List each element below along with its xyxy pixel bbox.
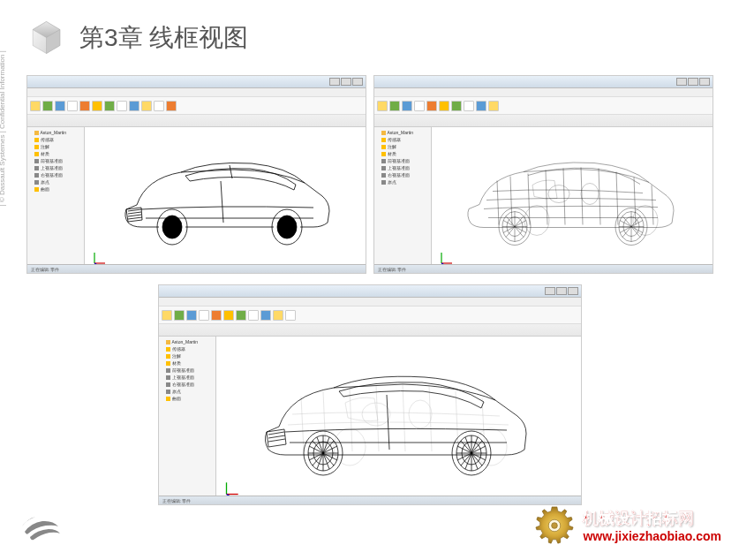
close-button[interactable]: [568, 287, 578, 295]
menubar[interactable]: [374, 88, 713, 97]
svg-line-15: [563, 168, 565, 224]
gear-icon: [533, 504, 576, 547]
tree-item: 材质: [29, 150, 82, 157]
svg-line-13: [528, 173, 530, 224]
tool-button[interactable]: [451, 101, 462, 111]
screenshot-gallery: Aston_Martin 传感器 注解 材质 前视基准面 上视基准面 右视基准面…: [0, 66, 739, 514]
tool-button[interactable]: [154, 101, 164, 111]
dassault-logo-icon: [18, 507, 66, 547]
statusbar: 正在编辑: 零件: [374, 264, 713, 273]
ribbon[interactable]: [159, 324, 581, 337]
cad-screenshot-3: Aston_Martin 传感器 注解 材质 前视基准面 上视基准面 右视基准面…: [158, 284, 582, 505]
tool-button[interactable]: [166, 101, 177, 111]
tool-button[interactable]: [162, 310, 172, 321]
tool-button[interactable]: [488, 101, 499, 111]
slide-header: 第3章 线框视图: [0, 0, 739, 66]
svg-line-81: [268, 435, 285, 438]
tree-item: 右视基准面: [29, 171, 82, 178]
close-button[interactable]: [699, 78, 710, 86]
feature-tree[interactable]: Aston_Martin 传感器 注解 材质 前视基准面 上视基准面 右视基准面…: [159, 337, 216, 504]
svg-point-39: [524, 205, 549, 235]
tool-save[interactable]: [55, 101, 65, 111]
toolbar: [159, 306, 581, 324]
tool-button[interactable]: [236, 310, 246, 321]
tool-button[interactable]: [426, 101, 437, 111]
tool-new[interactable]: [30, 101, 41, 111]
toolbar: [374, 97, 713, 115]
menubar[interactable]: [27, 88, 366, 97]
tool-button[interactable]: [92, 101, 102, 111]
watermark-title: 机械设计招标网: [583, 508, 721, 529]
tool-button[interactable]: [273, 310, 283, 321]
tool-button[interactable]: [79, 101, 90, 111]
tool-button[interactable]: [260, 310, 271, 321]
tree-item: 曲面: [29, 185, 82, 193]
viewport-3d[interactable]: [85, 127, 366, 273]
svg-line-52: [403, 384, 405, 451]
svg-line-4: [128, 209, 141, 211]
tool-button[interactable]: [211, 310, 222, 321]
cad-screenshot-1: Aston_Martin 传感器 注解 材质 前视基准面 上视基准面 右视基准面…: [26, 75, 366, 274]
svg-line-17: [599, 168, 600, 224]
tool-button[interactable]: [389, 101, 400, 111]
tree-item: 上视基准面: [29, 164, 82, 171]
tool-button[interactable]: [439, 101, 449, 111]
confidential-text: | © Dassault Systemes | Confidential Inf…: [0, 50, 6, 206]
tool-button[interactable]: [117, 101, 127, 111]
viewport-3d[interactable]: [432, 127, 713, 273]
tool-button[interactable]: [402, 101, 412, 111]
tool-button[interactable]: [199, 310, 209, 321]
tool-button[interactable]: [476, 101, 486, 111]
feature-tree[interactable]: Aston_Martin 传感器 注解 材质 前视基准面 上视基准面 右视基准面…: [374, 127, 432, 273]
page-title: 第3章 线框视图: [79, 21, 248, 55]
close-button[interactable]: [352, 78, 363, 86]
tool-open[interactable]: [42, 101, 53, 111]
svg-point-42: [581, 183, 599, 204]
minimize-button[interactable]: [676, 78, 687, 86]
watermark-url: www.jixiezhaobiao.com: [583, 529, 721, 543]
tool-button[interactable]: [104, 101, 115, 111]
tool-button[interactable]: [248, 310, 259, 321]
tool-button[interactable]: [129, 101, 140, 111]
ribbon[interactable]: [27, 115, 366, 127]
svg-line-80: [268, 432, 284, 435]
svg-point-3: [277, 216, 297, 238]
svg-point-41: [548, 185, 569, 202]
svg-line-82: [268, 439, 285, 442]
tree-item: 注解: [29, 143, 82, 150]
tool-button[interactable]: [414, 101, 425, 111]
svg-line-7: [128, 217, 142, 219]
toolbar: [27, 97, 366, 115]
statusbar: 正在编辑: 零件: [159, 496, 581, 504]
tool-button[interactable]: [464, 101, 474, 111]
cube-icon: [26, 18, 66, 57]
svg-point-87: [552, 523, 558, 529]
car-wireframe-silhouette: [102, 139, 349, 262]
svg-line-6: [128, 215, 141, 216]
tool-button[interactable]: [285, 310, 296, 321]
tool-button[interactable]: [377, 101, 388, 111]
tool-button[interactable]: [174, 310, 185, 321]
maximize-button[interactable]: [556, 287, 567, 295]
tool-button[interactable]: [67, 101, 78, 111]
statusbar: 正在编辑: 零件: [27, 264, 366, 273]
tool-button[interactable]: [186, 310, 197, 321]
titlebar: [159, 285, 581, 298]
tree-item: 前视基准面: [29, 157, 82, 164]
svg-point-57: [409, 400, 432, 428]
car-wireframe-full: [444, 136, 700, 264]
svg-line-14: [546, 170, 547, 224]
tool-button[interactable]: [223, 310, 234, 321]
viewport-3d[interactable]: [216, 337, 581, 504]
ribbon[interactable]: [374, 115, 713, 127]
maximize-button[interactable]: [688, 78, 698, 86]
feature-tree[interactable]: Aston_Martin 传感器 注解 材质 前视基准面 上视基准面 右视基准面…: [27, 127, 85, 273]
svg-line-20: [652, 185, 653, 224]
minimize-button[interactable]: [545, 287, 555, 295]
minimize-button[interactable]: [329, 78, 340, 86]
maximize-button[interactable]: [341, 78, 351, 86]
menubar[interactable]: [159, 298, 581, 306]
titlebar: [374, 76, 713, 88]
tree-item: 原点: [29, 178, 82, 185]
tool-button[interactable]: [141, 101, 152, 111]
